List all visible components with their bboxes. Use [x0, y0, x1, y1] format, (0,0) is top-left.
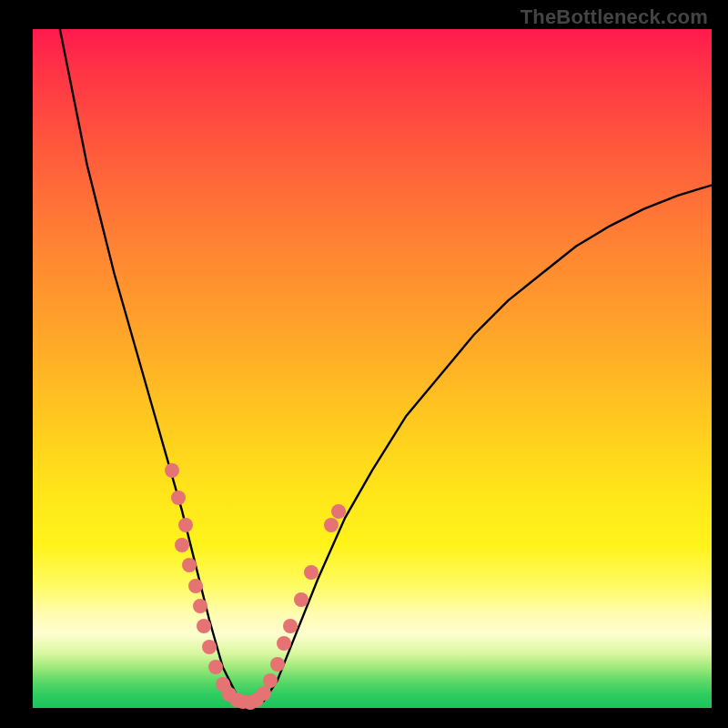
marker-dot — [294, 592, 308, 607]
marker-dot — [331, 504, 346, 519]
marker-dot — [175, 538, 189, 552]
marker-dot — [304, 565, 318, 580]
marker-dot — [171, 490, 186, 505]
marker-dot — [193, 599, 207, 613]
marker-dot — [283, 619, 298, 633]
bottleneck-curve — [60, 29, 712, 704]
marker-dot — [165, 463, 179, 478]
marker-dot — [202, 640, 217, 654]
marker-dot — [178, 518, 193, 532]
marker-dot — [277, 636, 291, 651]
marker-dot — [270, 657, 285, 672]
marker-dot — [263, 673, 278, 688]
chart-frame: TheBottleneck.com — [0, 0, 728, 728]
attribution-text: TheBottleneck.com — [521, 5, 708, 29]
marker-dot — [197, 619, 211, 633]
marker-dot — [208, 660, 223, 674]
bottleneck-curve-svg — [33, 29, 712, 708]
marker-dot — [182, 558, 197, 572]
marker-dot — [324, 518, 339, 532]
marker-dot — [188, 579, 203, 593]
